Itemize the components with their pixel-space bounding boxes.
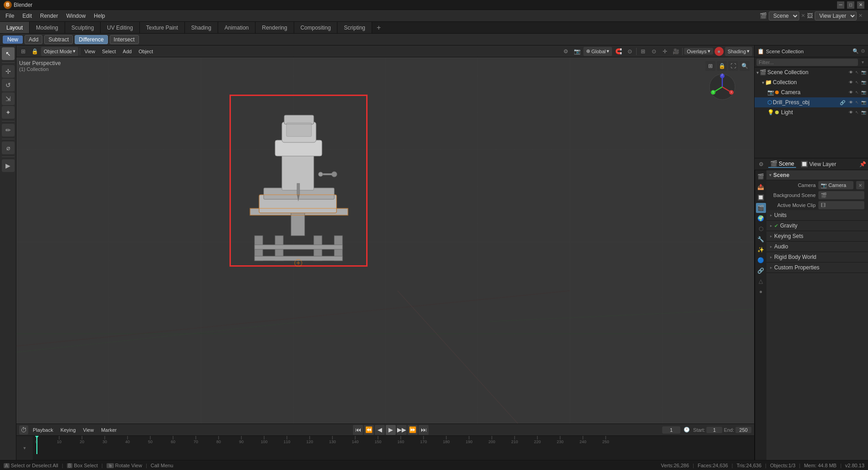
keying-sets-header[interactable]: ▸ Keying Sets	[766, 231, 868, 241]
bg-scene-value[interactable]: 🎬	[818, 191, 864, 199]
props-type-icon[interactable]: ⚙	[756, 160, 766, 169]
outliner-item-camera[interactable]: 📷 Camera 👁 ↖ 📷	[755, 87, 868, 97]
viewport-camera-icon[interactable]: 📷	[572, 46, 582, 56]
modifier-props-icon[interactable]: 🔧	[756, 234, 766, 244]
outliner-item-collection[interactable]: ▾ 📁 Collection 👁 ↖ 📷	[755, 77, 868, 87]
jump-to-start-button[interactable]: ⏮	[353, 425, 363, 435]
add-menu[interactable]: Add	[120, 48, 135, 55]
viewport-editor-type-icon[interactable]: ⊞	[18, 46, 28, 56]
object-mode-dropdown[interactable]: Object Mode ▾	[41, 47, 78, 56]
shading-dropdown[interactable]: Shading ▾	[725, 47, 752, 56]
tool-rotate[interactable]: ↺	[2, 79, 15, 91]
lock-camera-button[interactable]: 🔒	[717, 61, 727, 71]
view-menu[interactable]: View	[82, 48, 98, 55]
material-props-icon[interactable]: ●	[756, 287, 766, 297]
world-props-icon[interactable]: 🌍	[756, 213, 766, 223]
tab-uv-editing[interactable]: UV Editing	[101, 22, 140, 33]
menu-render[interactable]: Render	[36, 12, 61, 20]
subtract-button[interactable]: Subtract	[44, 35, 73, 44]
intersect-button[interactable]: Intersect	[110, 35, 139, 44]
menu-edit[interactable]: Edit	[19, 12, 36, 20]
tool-scale[interactable]: ⇲	[2, 92, 15, 105]
minimize-button[interactable]: ─	[837, 1, 844, 9]
prev-keyframe-button[interactable]: ⏪	[364, 425, 374, 435]
outliner-settings-icon[interactable]: ⚙	[861, 48, 865, 54]
gravity-header[interactable]: ▸ ✔ Gravity	[766, 221, 868, 231]
viewport-denoising-icon[interactable]: ●	[715, 47, 724, 56]
overlays-button[interactable]: Overlays ▾	[684, 48, 713, 55]
cam-eye-icon[interactable]: 👁	[848, 90, 853, 95]
zoom-button[interactable]: 🔍	[740, 61, 750, 71]
snap-icon[interactable]: 🧲	[613, 46, 623, 56]
tool-select[interactable]: ↖	[2, 47, 15, 60]
scene-props-tab[interactable]: 🎬 Scene	[768, 160, 796, 168]
sc-eye-icon[interactable]: 👁	[848, 70, 853, 75]
view-layer-selector[interactable]: View Layer	[815, 11, 857, 20]
timeline-body[interactable]: ▼ 0 10 20 30 40	[16, 436, 754, 460]
drill-select-icon[interactable]: ↖	[854, 100, 860, 105]
object-menu[interactable]: Object	[136, 48, 156, 55]
viewport-origin-icon[interactable]: ⊙	[649, 46, 659, 56]
difference-button[interactable]: Difference	[75, 35, 107, 44]
drill-press-container[interactable]	[230, 95, 368, 267]
viewport-grid-icon[interactable]: ⊞	[638, 46, 648, 56]
custom-props-header[interactable]: ▸ Custom Properties	[766, 263, 868, 273]
end-frame-input[interactable]	[735, 427, 751, 433]
select-menu[interactable]: Select	[99, 48, 119, 55]
add-workspace-button[interactable]: +	[372, 22, 385, 33]
outliner-item-light[interactable]: 💡 Light 👁 ↖ 📷	[755, 107, 868, 117]
movie-clip-value[interactable]: 🎞	[818, 201, 864, 209]
physics-props-icon[interactable]: 🔵	[756, 255, 766, 265]
tab-shading[interactable]: Shading	[185, 22, 218, 33]
view-layer-close-button[interactable]: ✕	[858, 13, 863, 19]
sc-render-icon[interactable]: 📷	[861, 70, 866, 75]
outliner-item-scene-collection[interactable]: ▾ 🎬 Scene Collection 👁 ↖ 📷	[755, 67, 868, 77]
cam-select-icon[interactable]: ↖	[854, 90, 860, 95]
tab-rendering[interactable]: Rendering	[255, 22, 294, 33]
tool-transform[interactable]: ✦	[2, 106, 15, 119]
tab-compositing[interactable]: Compositing	[294, 22, 338, 33]
tab-sculpting[interactable]: Sculpting	[65, 22, 101, 33]
props-pin-icon[interactable]: 📌	[859, 161, 866, 167]
light-eye-icon[interactable]: 👁	[848, 110, 853, 115]
tab-modeling[interactable]: Modeling	[30, 22, 65, 33]
add-button[interactable]: Add	[25, 35, 42, 44]
light-select-icon[interactable]: ↖	[854, 110, 860, 115]
drill-eye-icon[interactable]: 👁	[848, 100, 853, 105]
scene-props-icon[interactable]: 🎬	[756, 203, 766, 213]
maximize-button[interactable]: □	[847, 1, 854, 9]
camera-view-button[interactable]: ⊞	[705, 61, 715, 71]
tool-measure[interactable]: ⌀	[2, 142, 15, 154]
viewport-options-icon[interactable]: ⚙	[561, 46, 571, 56]
menu-window[interactable]: Window	[62, 12, 89, 20]
col-render-icon[interactable]: 📷	[861, 80, 866, 85]
particles-props-icon[interactable]: ✨	[756, 245, 766, 255]
camera-prop-clear-btn[interactable]: ✕	[856, 181, 864, 189]
3d-viewport[interactable]: User Perspective (1) Collection	[16, 57, 754, 424]
render-props-icon[interactable]: 🎬	[756, 172, 766, 182]
current-frame-input[interactable]	[662, 426, 680, 434]
tool-add-cube[interactable]: ▶	[2, 159, 15, 172]
outliner-filter-input[interactable]	[756, 59, 858, 66]
close-button[interactable]: ✕	[857, 1, 864, 9]
viewport-camera-view-icon[interactable]: 🎥	[671, 46, 681, 56]
new-button[interactable]: New	[3, 35, 23, 44]
view-timeline-menu[interactable]: View	[80, 427, 97, 433]
keying-menu[interactable]: Keying	[58, 427, 79, 433]
marker-menu[interactable]: Marker	[98, 427, 119, 433]
jump-to-end-button[interactable]: ⏭	[419, 425, 429, 435]
camera-prop-value[interactable]: 📷 Camera	[818, 181, 853, 189]
object-props-icon[interactable]: ⬡	[756, 224, 766, 234]
tool-annotate[interactable]: ✏	[2, 124, 15, 136]
view-layer-props-icon[interactable]: 🔲	[756, 192, 766, 202]
units-header[interactable]: ▸ Units	[766, 210, 868, 220]
col-eye-icon[interactable]: 👁	[848, 80, 853, 85]
tab-texture-paint[interactable]: Texture Paint	[140, 22, 185, 33]
tool-move[interactable]: ✢	[2, 65, 15, 78]
sc-select-icon[interactable]: ↖	[854, 70, 860, 75]
light-render-icon[interactable]: 📷	[861, 110, 866, 115]
viewport-lock-icon[interactable]: 🔒	[30, 46, 40, 56]
step-forward-button[interactable]: ▶▶	[397, 425, 407, 435]
timeline-ruler[interactable]: 0 10 20 30 40 50 60 70	[33, 436, 754, 460]
proportional-icon[interactable]: ⊙	[625, 46, 635, 56]
